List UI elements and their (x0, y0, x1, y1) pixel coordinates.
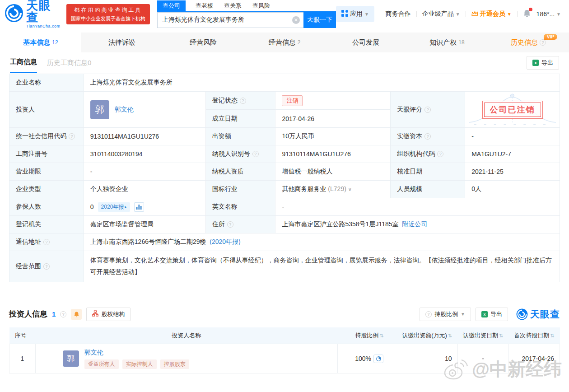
column-header: 投资人名称 (35, 327, 337, 344)
annual-report-link[interactable]: (2020年报) (210, 238, 240, 245)
field-label: 成立日期 (205, 110, 275, 128)
top-header: 天眼查 TianYanCha.com 都在用的商业查询工具 国家中小企业发展子基… (0, 0, 569, 28)
tianyancha-company-page: 天眼查 TianYanCha.com 都在用的商业查询工具 国家中小企业发展子基… (0, 0, 569, 392)
tab-operating-risk[interactable]: 经营风险 (163, 33, 244, 52)
investors-title: 投资人信息 (9, 309, 47, 319)
avatar[interactable]: 郭 (63, 350, 79, 367)
sort-icon: ⇅ (550, 333, 554, 338)
search-tab-risk[interactable]: 查风险 (252, 0, 271, 11)
info-row: 企业类型 个人独资企业 国标行业 其他商务服务业 (L729) ∨ 人员规模 0… (9, 181, 560, 198)
vip-badge: VIP (544, 34, 557, 40)
search-tab-boss[interactable]: 查老板 (195, 0, 214, 11)
notification-bell-icon[interactable] (523, 9, 531, 19)
seq-cell: 1 (9, 344, 36, 373)
field-label: 统一社会信用代码? (9, 128, 84, 145)
help-icon[interactable]: ? (69, 133, 75, 140)
field-label: 通信地址? (9, 233, 84, 251)
equity-structure-button[interactable]: 股权结构 (86, 308, 131, 321)
subtab-row: 工商信息 历史工商信息0 x 导出 (0, 52, 569, 73)
help-icon[interactable]: ? (424, 133, 431, 140)
reg-number-value: 310114003280194 (84, 145, 205, 163)
chevron-down-icon: ▼ (461, 312, 465, 317)
promo-badge: 都在用的商业查询工具 国家中小企业发展子基金旗下机构 (66, 4, 150, 24)
open-vip-menu[interactable]: 开通会员▼ (471, 10, 512, 18)
excel-icon: x (481, 311, 488, 317)
investor-name-cell: 郭 郭文伦 受益所有人 实际控制人 控股股东 (35, 344, 337, 373)
monitor-bell-icon[interactable] (71, 309, 82, 320)
search-input[interactable] (157, 12, 303, 28)
org-chart-icon (92, 310, 98, 318)
help-icon[interactable]: ? (60, 311, 66, 317)
business-coop-link[interactable]: 商务合作 (386, 10, 411, 18)
subtab-history-business-info[interactable]: 历史工商信息0 (47, 59, 91, 67)
sort-icon: ⇅ (499, 333, 503, 338)
help-icon[interactable]: ? (43, 239, 50, 245)
actual-controller-tag: 实际控制人 (122, 359, 157, 369)
info-row: 参保人数 0 2020年报▸ 英文名称 - (9, 198, 560, 216)
help-icon[interactable]: ? (240, 98, 246, 104)
first-date-cell: 2017-04-26 (508, 344, 560, 373)
nav-divider (380, 11, 380, 17)
search-tab-relation[interactable]: 查关系 (223, 0, 243, 11)
business-term-value: - (84, 163, 205, 181)
info-row: 营业期限 - 纳税人资质 增值税一般纳税人 核准日期 2021-11-25 (9, 163, 560, 181)
staff-size-value: 0人 (465, 181, 560, 198)
clear-search-icon[interactable]: ✕ (292, 16, 300, 24)
section-tabbar: 基本信息12 法律诉讼 经营风险 经营信息2 公司发展 知识产权18 VIP 历… (0, 33, 569, 52)
nearby-companies-link[interactable]: 附近公司 (402, 220, 427, 228)
investor-cell: 郭 郭文伦 (84, 92, 205, 128)
column-header-sortable[interactable]: 持股比例⇅ (337, 327, 389, 344)
controlling-shareholder-tag: 控股股东 (160, 359, 189, 369)
apps-menu[interactable]: 应用 ▼ (336, 6, 374, 22)
apps-grid-icon (341, 10, 348, 18)
paid-capital-value: - (465, 128, 560, 145)
field-label: 企业名称 (9, 74, 84, 92)
tianyancha-logo-icon (516, 308, 528, 320)
column-header-sortable[interactable]: 认缴出资额(万元)⇅ (389, 327, 458, 344)
help-icon[interactable]: ? (227, 221, 233, 228)
tab-operating-info[interactable]: 经营信息2 (244, 33, 325, 52)
tianyancha-logo[interactable]: 天眼查 TianYanCha.com (5, 0, 63, 28)
search-button[interactable]: 天眼一下 (303, 12, 336, 28)
export-investors-button[interactable]: x 导出 (476, 308, 508, 321)
chevron-down-icon[interactable]: ∨ (348, 187, 352, 192)
deregistered-stamp: 公司已注销 (482, 101, 543, 119)
investor-name-link[interactable]: 郭文伦 (115, 106, 134, 114)
column-header-sortable[interactable]: 认缴出资日期⇅ (457, 327, 508, 344)
field-label: 工商注册号 (9, 145, 84, 163)
pie-chart-icon[interactable] (373, 355, 383, 363)
help-icon[interactable]: ? (43, 263, 50, 270)
nav-divider (416, 11, 417, 17)
avatar[interactable]: 郭 (90, 100, 109, 119)
tab-basic-info[interactable]: 基本信息12 (0, 33, 81, 52)
annual-report-pill[interactable]: 2020年报▸ (98, 202, 130, 212)
apps-label: 应用 (350, 10, 363, 18)
subtab-business-info[interactable]: 工商信息 (10, 52, 37, 73)
tab-company-development[interactable]: 公司发展 (325, 33, 406, 52)
score-cell: 公司已注销 (465, 92, 560, 128)
help-icon[interactable]: ? (540, 39, 546, 46)
search-tab-company[interactable]: 查公司 (157, 0, 186, 11)
shareholding-ratio-button[interactable]: ? 持股比例 ▼ (420, 308, 471, 321)
reg-status-value: 注销 (275, 92, 391, 110)
help-icon[interactable]: ? (252, 151, 259, 157)
field-label: 出资额 (205, 128, 275, 145)
account-menu[interactable]: 186*...▼ (536, 10, 561, 18)
insured-chart-icon[interactable] (134, 202, 144, 212)
info-row: 工商注册号 310114003280194 纳税人识别号? 91310114MA… (9, 145, 560, 163)
investor-name-link[interactable]: 郭文伦 (84, 349, 103, 356)
table-row: 1 郭 郭文伦 受益所有人 实际控制人 控股股东 (9, 344, 560, 373)
crown-icon (471, 10, 478, 18)
tab-intellectual-property[interactable]: 知识产权18 (406, 33, 488, 52)
tab-history-info[interactable]: VIP 历史信息 ? (488, 33, 569, 52)
tab-legal-proceedings[interactable]: 法律诉讼 (81, 33, 163, 52)
export-button[interactable]: x 导出 (527, 56, 559, 70)
status-badge: 注销 (282, 95, 303, 106)
help-icon[interactable]: ? (437, 151, 443, 157)
column-header-sortable[interactable]: 首次持股日期⇅ (508, 327, 560, 344)
promo-line2: 国家中小企业发展子基金旗下机构 (71, 15, 145, 22)
info-row: 投资人 郭 郭文伦 登记状态? 注销 天眼评分? (9, 92, 560, 110)
help-icon[interactable]: ? (424, 107, 431, 113)
chevron-down-icon: ▼ (556, 12, 561, 17)
enterprise-products-menu[interactable]: 企业级产品▼ (422, 10, 460, 18)
